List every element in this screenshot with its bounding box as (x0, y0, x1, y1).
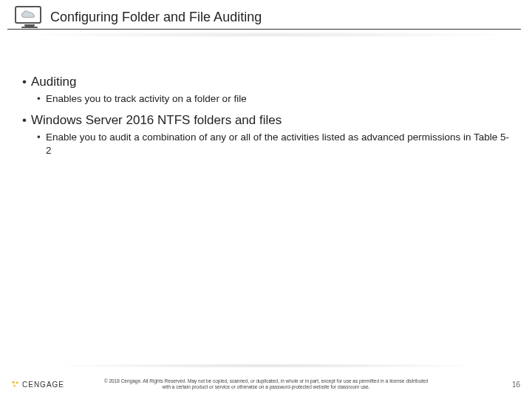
bullet-text: Windows Server 2016 NTFS folders and fil… (31, 113, 282, 127)
bullet-text: Enables you to track activity on a folde… (46, 93, 247, 104)
slide-title: Configuring Folder and File Auditing (50, 10, 262, 25)
bullet-level2: Enables you to track activity on a folde… (37, 92, 510, 106)
page-number: 16 (512, 381, 520, 389)
bullet-level2: Enable you to audit a combination of any… (37, 131, 510, 157)
bullet-level1: Auditing (22, 75, 510, 89)
monitor-cloud-icon (15, 6, 44, 30)
header-divider-shadow (11, 32, 521, 38)
slide-header: Configuring Folder and File Auditing (7, 0, 521, 30)
copyright-text: © 2018 Cengage. All Rights Reserved. May… (0, 378, 532, 390)
slide-body: Auditing Enables you to track activity o… (0, 38, 532, 158)
bullet-text: Enable you to audit a combination of any… (46, 132, 509, 156)
bullet-level1: Windows Server 2016 NTFS folders and fil… (22, 113, 510, 128)
slide-footer: CENGAGE © 2018 Cengage. All Rights Reser… (0, 364, 532, 399)
bullet-text: Auditing (31, 75, 76, 89)
